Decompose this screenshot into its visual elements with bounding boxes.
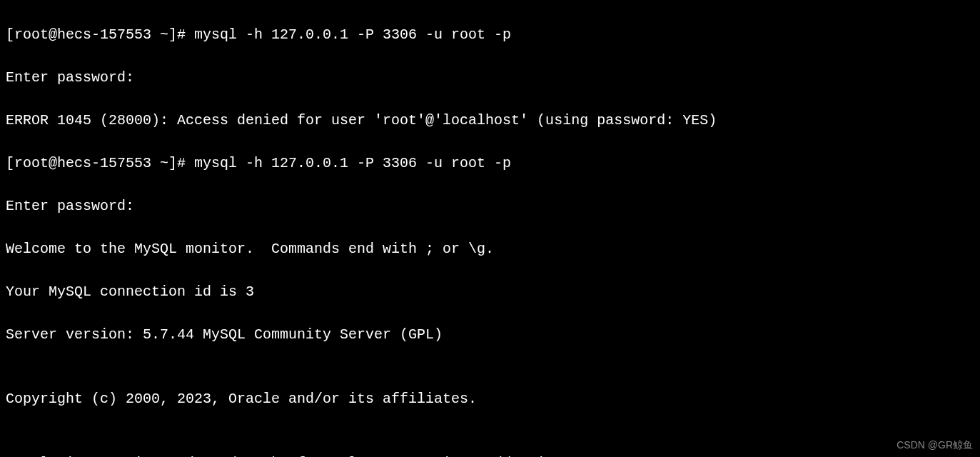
terminal-output[interactable]: [root@hecs-157553 ~]# mysql -h 127.0.0.1… [6, 3, 974, 457]
watermark-label: CSDN @GR鲸鱼 [896, 438, 973, 453]
terminal-line: Copyright (c) 2000, 2023, Oracle and/or … [6, 388, 974, 410]
terminal-line: Your MySQL connection id is 3 [6, 281, 974, 303]
terminal-line: Oracle is a registered trademark of Orac… [6, 453, 974, 457]
terminal-line: Enter password: [6, 67, 974, 89]
terminal-line: Server version: 5.7.44 MySQL Community S… [6, 324, 974, 346]
terminal-line: ERROR 1045 (28000): Access denied for us… [6, 110, 974, 131]
terminal-line: [root@hecs-157553 ~]# mysql -h 127.0.0.1… [6, 153, 974, 174]
terminal-line: [root@hecs-157553 ~]# mysql -h 127.0.0.1… [6, 24, 974, 46]
terminal-line: Welcome to the MySQL monitor. Commands e… [6, 238, 974, 260]
terminal-line: Enter password: [6, 196, 974, 217]
